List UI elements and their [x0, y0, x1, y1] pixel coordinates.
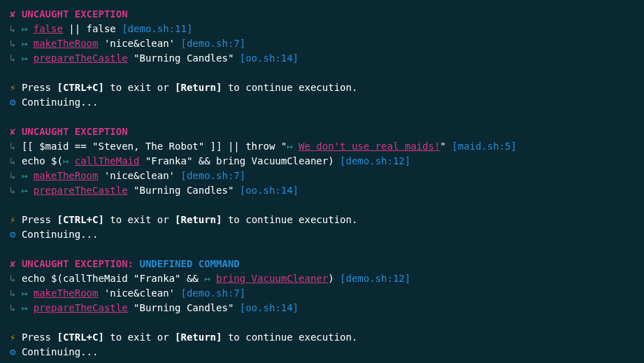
tree-icon: ↳ [10, 302, 15, 313]
arrow-icon: ↦ [204, 273, 216, 284]
frame-location: [demo.sh:12] [340, 155, 410, 166]
frame-highlight: bring VacuumCleaner [216, 273, 328, 284]
prompt-line: ⚡ Press [CTRL+C] to exit or [Return] to … [10, 213, 634, 227]
continuing-text: Continuing... [22, 97, 99, 108]
blank-line [10, 198, 634, 213]
arrow-icon: ↦ [22, 170, 34, 181]
tree-icon: ↳ [10, 38, 15, 49]
bolt-icon: ⚡ [10, 332, 15, 343]
continuing-line: ⚙ Continuing... [10, 95, 634, 110]
continuing-text: Continuing... [22, 346, 99, 357]
prompt-text: Press [22, 332, 57, 343]
stack-frame: ↳ echo $(↦ callTheMaid "Franka" && bring… [10, 154, 634, 169]
exception-header: ✘ UNCAUGHT EXCEPTION: UNDEFINED COMMAND [10, 257, 634, 271]
frame-location: [demo.sh:12] [340, 273, 410, 284]
frame-highlight: false [34, 23, 63, 34]
frame-highlight: prepareTheCastle [34, 185, 128, 196]
arrow-icon: ↦ [22, 302, 34, 313]
stack-frame: ↳ echo $(callTheMaid "Franka" && ↦ bring… [10, 271, 634, 286]
exception-title: UNCAUGHT EXCEPTION [22, 126, 128, 137]
prompt-text: to exit or [104, 332, 175, 343]
tree-icon: ↳ [10, 170, 15, 181]
tree-icon: ↳ [10, 185, 15, 196]
frame-location: [demo.sh:7] [180, 170, 245, 181]
bolt-icon: ⚡ [10, 82, 15, 93]
tree-icon: ↳ [10, 155, 15, 166]
stack-frame: ↳ ↦ false || false [demo.sh:11] [10, 22, 634, 36]
continuing-line: ⚙ Continuing... [10, 227, 634, 242]
frame-highlight: prepareTheCastle [34, 302, 128, 313]
prompt-text: Press [22, 82, 57, 93]
frame-suffix: "Burning Candles" [128, 302, 234, 313]
blank-line [10, 315, 634, 330]
continuing-text: Continuing... [22, 229, 99, 240]
x-icon: ✘ [10, 126, 15, 137]
frame-suffix: "Burning Candles" [128, 185, 234, 196]
exception-header: ✘ UNCAUGHT EXCEPTION [10, 7, 634, 22]
frame-highlight: makeTheRoom [34, 38, 99, 49]
tree-icon: ↳ [10, 273, 15, 284]
exception-subtitle: UNDEFINED COMMAND [134, 258, 240, 269]
frame-suffix: "Burning Candles" [128, 52, 234, 64]
arrow-icon: ↦ [22, 52, 34, 64]
frame-suffix: " [440, 141, 445, 152]
x-icon: ✘ [10, 258, 15, 269]
prompt-text: to exit or [104, 214, 175, 225]
frame-location: [demo.sh:7] [180, 287, 245, 299]
stack-frame: ↳ ↦ prepareTheCastle "Burning Candles" [… [10, 183, 634, 198]
key-return: [Return] [175, 332, 222, 343]
gear-icon: ⚙ [10, 97, 15, 108]
arrow-icon: ↦ [287, 141, 299, 152]
blank-line [10, 110, 634, 124]
arrow-icon: ↦ [22, 23, 34, 34]
blank-line [10, 242, 634, 257]
bolt-icon: ⚡ [10, 214, 15, 225]
frame-location: [demo.sh:7] [180, 38, 245, 49]
prompt-text: to continue execution. [222, 332, 357, 343]
frame-suffix: "Franka" && bring VacuumCleaner) [139, 155, 334, 166]
frame-prefix: echo $( [22, 155, 63, 166]
gear-icon: ⚙ [10, 346, 15, 357]
key-return: [Return] [175, 82, 222, 93]
stack-frame: ↳ ↦ makeTheRoom 'nice&clean' [demo.sh:7] [10, 169, 634, 183]
frame-highlight: makeTheRoom [34, 170, 99, 181]
frame-location: [demo.sh:11] [122, 23, 192, 34]
prompt-text: Press [22, 214, 57, 225]
frame-highlight: We don't use real maids! [299, 141, 440, 152]
frame-prefix: [[ $maid == "Steven, The Robot" ]] || th… [22, 141, 287, 152]
tree-icon: ↳ [10, 287, 15, 299]
prompt-text: to continue execution. [222, 82, 357, 93]
frame-highlight: callTheMaid [75, 155, 140, 166]
x-icon: ✘ [10, 8, 15, 20]
frame-suffix: 'nice&clean' [98, 170, 175, 181]
frame-suffix: 'nice&clean' [98, 38, 175, 49]
stack-frame: ↳ ↦ makeTheRoom 'nice&clean' [demo.sh:7] [10, 286, 634, 301]
prompt-text: to continue execution. [222, 214, 357, 225]
exception-title: UNCAUGHT EXCEPTION: [22, 258, 134, 269]
prompt-text: to exit or [104, 82, 175, 93]
frame-highlight: prepareTheCastle [34, 52, 128, 64]
tree-icon: ↳ [10, 52, 15, 64]
tree-icon: ↳ [10, 141, 15, 152]
frame-prefix: echo $(callTheMaid "Franka" && [22, 273, 204, 284]
stack-frame: ↳ ↦ prepareTheCastle "Burning Candles" [… [10, 301, 634, 315]
exception-title: UNCAUGHT EXCEPTION [22, 8, 128, 20]
stack-frame: ↳ [[ $maid == "Steven, The Robot" ]] || … [10, 139, 634, 154]
frame-highlight: makeTheRoom [34, 287, 99, 299]
key-return: [Return] [175, 214, 222, 225]
key-ctrlc: [CTRL+C] [57, 214, 103, 225]
arrow-icon: ↦ [22, 185, 34, 196]
key-ctrlc: [CTRL+C] [57, 82, 103, 93]
stack-frame: ↳ ↦ makeTheRoom 'nice&clean' [demo.sh:7] [10, 36, 634, 51]
arrow-icon: ↦ [22, 38, 34, 49]
gear-icon: ⚙ [10, 229, 15, 240]
frame-suffix: ) [328, 273, 334, 284]
key-ctrlc: [CTRL+C] [57, 332, 103, 343]
exception-header: ✘ UNCAUGHT EXCEPTION [10, 124, 634, 139]
arrow-icon: ↦ [22, 287, 34, 299]
tree-icon: ↳ [10, 23, 15, 34]
frame-suffix: || false [63, 23, 116, 34]
arrow-icon: ↦ [63, 155, 75, 166]
blank-line [10, 360, 634, 363]
frame-location: [oo.sh:14] [240, 185, 299, 196]
